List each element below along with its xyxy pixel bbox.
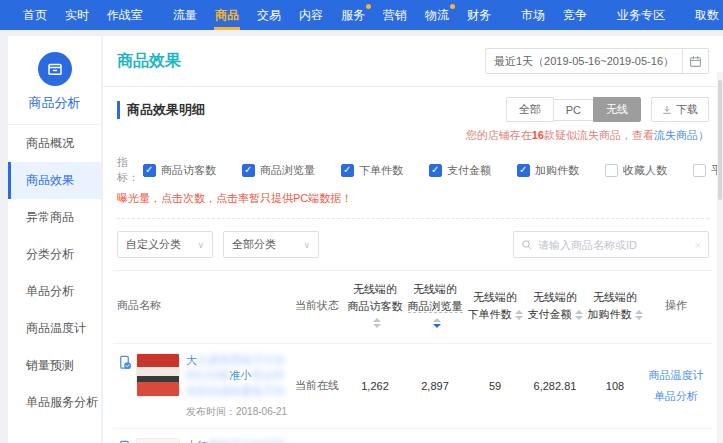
nav-item-home[interactable]: 首页	[14, 0, 56, 30]
col-line1: 无线端的	[533, 291, 577, 303]
clear-icon[interactable]: ×	[695, 239, 701, 251]
nav-item-product[interactable]: 商品	[206, 0, 248, 30]
tab-wireless[interactable]: 无线	[593, 97, 641, 122]
calendar-icon[interactable]	[682, 49, 708, 73]
date-range-picker[interactable]: 最近1天（2019-05-16~2019-05-16）	[485, 48, 709, 74]
checkbox-unchecked-icon[interactable]	[605, 164, 618, 177]
table-row: 大红屏商用电子计价秤0.01精准小型台秤厨房快递称重电子秤 发布时间：2018-…	[113, 343, 713, 429]
terminal-tabs: 全部 PC 无线	[506, 97, 641, 122]
checkbox-checked-icon[interactable]	[341, 164, 354, 177]
search-input[interactable]	[538, 239, 695, 251]
product-name-link[interactable]: 大红屏商用电子计价秤0.01精准小型台秤厨房快递称重电子秤	[186, 353, 289, 401]
cart-cell: 108	[585, 380, 645, 392]
nav-item-business-zone[interactable]: 业务专区	[608, 0, 674, 30]
col-payment-sort[interactable]: 无线端的支付金额	[525, 289, 585, 322]
metrics-label: 指标：	[117, 155, 139, 185]
checkbox-checked-icon[interactable]	[242, 164, 255, 177]
status-cell: 当前在线	[289, 378, 345, 393]
sidebar-item-single-item-service[interactable]: 单品服务分析	[8, 384, 101, 421]
notification-dot	[450, 4, 455, 9]
thermometer-link[interactable]: 商品温度计	[645, 365, 707, 386]
col-cart-sort[interactable]: 无线端的加购件数	[585, 289, 645, 322]
sidebar: 商品分析 商品概况 商品效果 异常商品 分类分析 单品分析 商品温度计 销量预测…	[8, 36, 101, 443]
lost-products-notice: 您的店铺存在16款疑似流失商品，查看流失商品）	[103, 124, 723, 143]
lost-products-link[interactable]: 流失商品）	[654, 129, 709, 141]
product-cell: 大红屏电子计价秤商用台秤精准500g小型快递秤厨房电子秤计分 发布时间：2017…	[113, 438, 289, 443]
pc-only-note: 曝光量，点击次数，点击率暂只提供PC端数据！	[103, 185, 723, 206]
product-cell: 大红屏商用电子计价秤0.01精准小型台秤厨房快递称重电子秤 发布时间：2018-…	[113, 353, 289, 420]
tab-group: 全部 PC 无线 下载	[506, 97, 709, 122]
table-header: 商品名称 当前状态 无线端的商品访客数 无线端的商品浏览量 无线端的下单件数 无…	[113, 271, 713, 343]
sidebar-item-product-overview[interactable]: 商品概况	[8, 125, 101, 162]
top-nav: 首页 实时 作战室 流量 商品 交易 内容 服务 营销 物流 财务 市场 竞争 …	[0, 0, 723, 30]
table-row: 大红屏电子计价秤商用台秤精准500g小型快递秤厨房电子秤计分 发布时间：2017…	[113, 428, 713, 443]
col-line2: 加购件数	[588, 308, 632, 320]
checkbox-unchecked-icon[interactable]	[693, 164, 706, 177]
nav-item-market[interactable]: 市场	[512, 0, 554, 30]
date-range-text: 最近1天（2019-05-16~2019-05-16）	[486, 49, 682, 73]
col-line2: 商品浏览量	[408, 300, 463, 313]
checkbox-checked-icon[interactable]	[517, 164, 530, 177]
sidebar-item-product-effect[interactable]: 商品效果	[8, 162, 101, 199]
metric-checkbox-cart-adds[interactable]: 加购件数	[517, 163, 579, 178]
nav-item-realtime[interactable]: 实时	[56, 0, 98, 30]
product-thumbnail[interactable]	[136, 353, 180, 397]
sidebar-item-single-item-analysis[interactable]: 单品分析	[8, 273, 101, 310]
single-item-analysis-link[interactable]: 单品分析	[645, 386, 707, 407]
nav-item-competition[interactable]: 竞争	[554, 0, 596, 30]
visitors-cell: 1,262	[345, 380, 405, 392]
product-search-box: ×	[513, 231, 709, 258]
sidebar-item-sales-forecast[interactable]: 销量预测	[8, 347, 101, 384]
metric-checkbox-pageviews[interactable]: 商品浏览量	[242, 163, 315, 178]
product-thumbnail[interactable]	[136, 438, 180, 443]
nav-item-logistics[interactable]: 物流	[416, 0, 458, 30]
nav-item-warroom[interactable]: 作战室	[98, 0, 152, 30]
checkbox-checked-icon[interactable]	[143, 164, 156, 177]
custom-category-select[interactable]: 自定义分类∨	[117, 231, 213, 258]
download-button[interactable]: 下载	[651, 97, 709, 122]
col-status: 当前状态	[289, 298, 345, 313]
detail-section-header: 商品效果明细 全部 PC 无线 下载	[103, 87, 723, 124]
col-line1: 无线端的	[353, 283, 397, 295]
sidebar-title: 商品分析	[8, 94, 101, 112]
metric-checkbox-favorites[interactable]: 收藏人数	[605, 163, 667, 178]
nav-item-traffic[interactable]: 流量	[164, 0, 206, 30]
col-visitors-sort[interactable]: 无线端的商品访客数	[345, 281, 405, 331]
select-value: 自定义分类	[126, 237, 181, 252]
sidebar-item-category-analysis[interactable]: 分类分析	[8, 236, 101, 273]
sidebar-item-product-thermometer[interactable]: 商品温度计	[8, 310, 101, 347]
col-orders-sort[interactable]: 无线端的下单件数	[465, 289, 525, 322]
nav-item-data-fetch[interactable]: 取数	[686, 0, 723, 30]
sort-icon	[635, 310, 643, 320]
mobile-verified-icon	[117, 355, 132, 373]
product-analysis-icon	[38, 52, 72, 86]
checkbox-checked-icon[interactable]	[429, 164, 442, 177]
col-pageviews-sort[interactable]: 无线端的商品浏览量	[405, 281, 465, 331]
filter-row: 自定义分类∨ 全部分类∨ ×	[103, 219, 723, 270]
sidebar-item-abnormal-products[interactable]: 异常商品	[8, 199, 101, 236]
scrollbar-thumb[interactable]	[718, 80, 722, 200]
notice-text: 您的店铺存在	[466, 129, 532, 141]
nav-item-content[interactable]: 内容	[290, 0, 332, 30]
metric-label: 支付金额	[447, 163, 491, 178]
tab-all[interactable]: 全部	[506, 97, 554, 122]
notification-dot	[366, 4, 371, 9]
orders-cell: 59	[465, 380, 525, 392]
nav-item-marketing[interactable]: 营销	[374, 0, 416, 30]
search-icon	[521, 239, 533, 251]
nav-item-finance[interactable]: 财务	[458, 0, 500, 30]
metric-checkbox-order-items[interactable]: 下单件数	[341, 163, 403, 178]
scrollbar[interactable]	[717, 72, 723, 443]
nav-item-trade[interactable]: 交易	[248, 0, 290, 30]
col-actions: 操作	[645, 298, 707, 313]
tab-pc[interactable]: PC	[553, 99, 594, 121]
metric-checkbox-payment[interactable]: 支付金额	[429, 163, 491, 178]
sort-icon	[373, 318, 381, 328]
metric-checkbox-visitors[interactable]: 商品访客数	[143, 163, 216, 178]
product-name-link[interactable]: 大红屏电子计价秤商用台秤精准500g小型快递秤厨房电子秤计分	[186, 438, 289, 443]
nav-item-service[interactable]: 服务	[332, 0, 374, 30]
payment-cell: 6,282.81	[525, 380, 585, 392]
all-category-select[interactable]: 全部分类∨	[223, 231, 319, 258]
metric-label: 加购件数	[535, 163, 579, 178]
select-value: 全部分类	[232, 237, 276, 252]
